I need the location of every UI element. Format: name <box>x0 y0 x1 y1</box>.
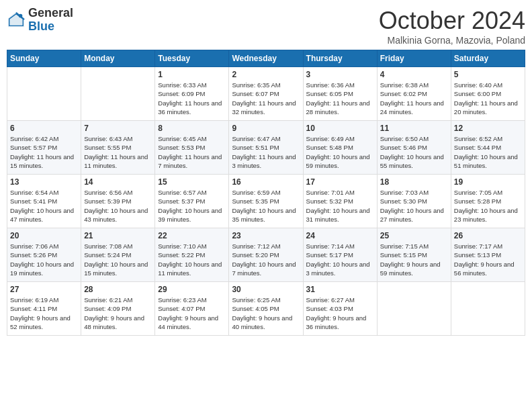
day-info: Sunrise: 7:01 AM Sunset: 5:32 PM Dayligh… <box>306 188 374 224</box>
day-number: 13 <box>10 177 78 187</box>
calendar-day-cell: 25Sunrise: 7:15 AM Sunset: 5:15 PM Dayli… <box>377 228 451 282</box>
day-number: 7 <box>84 124 152 133</box>
calendar-week-row: 13Sunrise: 6:54 AM Sunset: 5:41 PM Dayli… <box>7 175 525 228</box>
day-of-week-header: Saturday <box>451 50 525 67</box>
calendar-day-cell: 1Sunrise: 6:33 AM Sunset: 6:09 PM Daylig… <box>155 67 229 121</box>
day-info: Sunrise: 6:56 AM Sunset: 5:39 PM Dayligh… <box>84 188 152 224</box>
calendar-day-cell: 19Sunrise: 7:05 AM Sunset: 5:28 PM Dayli… <box>451 175 525 228</box>
day-number: 18 <box>380 177 448 187</box>
day-info: Sunrise: 6:36 AM Sunset: 6:05 PM Dayligh… <box>306 81 374 116</box>
day-info: Sunrise: 6:45 AM Sunset: 5:53 PM Dayligh… <box>158 134 226 170</box>
day-number: 27 <box>10 285 78 294</box>
day-info: Sunrise: 6:52 AM Sunset: 5:44 PM Dayligh… <box>454 134 522 170</box>
logo-icon <box>7 11 26 30</box>
calendar-day-cell: 10Sunrise: 6:49 AM Sunset: 5:48 PM Dayli… <box>303 121 377 175</box>
day-info: Sunrise: 6:59 AM Sunset: 5:35 PM Dayligh… <box>232 188 300 224</box>
logo: General Blue <box>7 7 73 34</box>
day-info: Sunrise: 7:17 AM Sunset: 5:13 PM Dayligh… <box>454 242 522 277</box>
day-number: 2 <box>232 70 300 79</box>
day-number: 19 <box>454 177 522 187</box>
day-of-week-header: Thursday <box>303 50 377 67</box>
day-info: Sunrise: 6:47 AM Sunset: 5:51 PM Dayligh… <box>232 134 300 170</box>
day-number: 3 <box>306 70 374 79</box>
day-number: 22 <box>158 231 226 240</box>
day-info: Sunrise: 6:35 AM Sunset: 6:07 PM Dayligh… <box>232 81 300 116</box>
day-info: Sunrise: 7:08 AM Sunset: 5:24 PM Dayligh… <box>84 242 152 277</box>
day-info: Sunrise: 6:38 AM Sunset: 6:02 PM Dayligh… <box>380 81 448 116</box>
calendar-day-cell: 24Sunrise: 7:14 AM Sunset: 5:17 PM Dayli… <box>303 228 377 282</box>
calendar-week-row: 27Sunrise: 6:19 AM Sunset: 4:11 PM Dayli… <box>7 282 525 336</box>
calendar-day-cell: 27Sunrise: 6:19 AM Sunset: 4:11 PM Dayli… <box>7 282 81 336</box>
day-info: Sunrise: 6:25 AM Sunset: 4:05 PM Dayligh… <box>232 295 300 331</box>
day-number: 5 <box>454 70 522 79</box>
calendar-day-cell: 12Sunrise: 6:52 AM Sunset: 5:44 PM Dayli… <box>451 121 525 175</box>
day-number: 20 <box>10 231 78 240</box>
svg-point-2 <box>19 13 23 17</box>
calendar-week-row: 6Sunrise: 6:42 AM Sunset: 5:57 PM Daylig… <box>7 121 525 175</box>
header-row: SundayMondayTuesdayWednesdayThursdayFrid… <box>7 50 525 67</box>
calendar-day-cell <box>7 67 81 121</box>
calendar-day-cell: 3Sunrise: 6:36 AM Sunset: 6:05 PM Daylig… <box>303 67 377 121</box>
calendar-day-cell: 26Sunrise: 7:17 AM Sunset: 5:13 PM Dayli… <box>451 228 525 282</box>
day-info: Sunrise: 6:27 AM Sunset: 4:03 PM Dayligh… <box>306 295 374 331</box>
day-info: Sunrise: 7:06 AM Sunset: 5:26 PM Dayligh… <box>10 242 78 277</box>
day-number: 29 <box>158 285 226 294</box>
day-number: 14 <box>84 177 152 187</box>
calendar-day-cell: 17Sunrise: 7:01 AM Sunset: 5:32 PM Dayli… <box>303 175 377 228</box>
calendar-day-cell: 8Sunrise: 6:45 AM Sunset: 5:53 PM Daylig… <box>155 121 229 175</box>
day-number: 30 <box>232 285 300 294</box>
calendar-body: 1Sunrise: 6:33 AM Sunset: 6:09 PM Daylig… <box>7 67 525 336</box>
day-number: 16 <box>232 177 300 187</box>
day-number: 17 <box>306 177 374 187</box>
logo-blue-text: Blue <box>28 20 73 34</box>
calendar-day-cell: 6Sunrise: 6:42 AM Sunset: 5:57 PM Daylig… <box>7 121 81 175</box>
calendar-day-cell: 9Sunrise: 6:47 AM Sunset: 5:51 PM Daylig… <box>229 121 303 175</box>
calendar-day-cell: 23Sunrise: 7:12 AM Sunset: 5:20 PM Dayli… <box>229 228 303 282</box>
title-block: October 2024 Malkinia Gorna, Mazovia, Po… <box>379 7 525 46</box>
calendar-day-cell: 11Sunrise: 6:50 AM Sunset: 5:46 PM Dayli… <box>377 121 451 175</box>
calendar-day-cell: 28Sunrise: 6:21 AM Sunset: 4:09 PM Dayli… <box>81 282 155 336</box>
day-of-week-header: Friday <box>377 50 451 67</box>
calendar-day-cell: 15Sunrise: 6:57 AM Sunset: 5:37 PM Dayli… <box>155 175 229 228</box>
day-info: Sunrise: 6:43 AM Sunset: 5:55 PM Dayligh… <box>84 134 152 170</box>
day-number: 6 <box>10 124 78 133</box>
calendar-day-cell <box>451 282 525 336</box>
day-number: 4 <box>380 70 448 79</box>
calendar-week-row: 20Sunrise: 7:06 AM Sunset: 5:26 PM Dayli… <box>7 228 525 282</box>
day-number: 8 <box>158 124 226 133</box>
day-info: Sunrise: 7:14 AM Sunset: 5:17 PM Dayligh… <box>306 242 374 277</box>
day-info: Sunrise: 6:42 AM Sunset: 5:57 PM Dayligh… <box>10 134 78 170</box>
day-number: 25 <box>380 231 448 240</box>
calendar-table: SundayMondayTuesdayWednesdayThursdayFrid… <box>7 50 525 336</box>
calendar-week-row: 1Sunrise: 6:33 AM Sunset: 6:09 PM Daylig… <box>7 67 525 121</box>
day-number: 15 <box>158 177 226 187</box>
calendar-day-cell: 29Sunrise: 6:23 AM Sunset: 4:07 PM Dayli… <box>155 282 229 336</box>
day-number: 24 <box>306 231 374 240</box>
calendar-header: SundayMondayTuesdayWednesdayThursdayFrid… <box>7 50 525 67</box>
calendar-day-cell: 7Sunrise: 6:43 AM Sunset: 5:55 PM Daylig… <box>81 121 155 175</box>
day-number: 28 <box>84 285 152 294</box>
location: Malkinia Gorna, Mazovia, Poland <box>379 35 525 46</box>
day-info: Sunrise: 6:54 AM Sunset: 5:41 PM Dayligh… <box>10 188 78 224</box>
calendar-day-cell: 21Sunrise: 7:08 AM Sunset: 5:24 PM Dayli… <box>81 228 155 282</box>
logo-text: General Blue <box>28 7 73 34</box>
day-of-week-header: Monday <box>81 50 155 67</box>
day-info: Sunrise: 6:21 AM Sunset: 4:09 PM Dayligh… <box>84 295 152 331</box>
day-of-week-header: Wednesday <box>229 50 303 67</box>
day-info: Sunrise: 7:12 AM Sunset: 5:20 PM Dayligh… <box>232 242 300 277</box>
calendar-day-cell: 31Sunrise: 6:27 AM Sunset: 4:03 PM Dayli… <box>303 282 377 336</box>
day-info: Sunrise: 6:57 AM Sunset: 5:37 PM Dayligh… <box>158 188 226 224</box>
calendar-day-cell: 4Sunrise: 6:38 AM Sunset: 6:02 PM Daylig… <box>377 67 451 121</box>
day-info: Sunrise: 6:50 AM Sunset: 5:46 PM Dayligh… <box>380 134 448 170</box>
day-number: 9 <box>232 124 300 133</box>
day-info: Sunrise: 7:05 AM Sunset: 5:28 PM Dayligh… <box>454 188 522 224</box>
calendar-day-cell: 13Sunrise: 6:54 AM Sunset: 5:41 PM Dayli… <box>7 175 81 228</box>
day-info: Sunrise: 7:15 AM Sunset: 5:15 PM Dayligh… <box>380 242 448 277</box>
day-of-week-header: Sunday <box>7 50 81 67</box>
day-number: 10 <box>306 124 374 133</box>
day-number: 23 <box>232 231 300 240</box>
day-number: 1 <box>158 70 226 79</box>
calendar-day-cell: 18Sunrise: 7:03 AM Sunset: 5:30 PM Dayli… <box>377 175 451 228</box>
day-info: Sunrise: 7:03 AM Sunset: 5:30 PM Dayligh… <box>380 188 448 224</box>
calendar-day-cell: 30Sunrise: 6:25 AM Sunset: 4:05 PM Dayli… <box>229 282 303 336</box>
